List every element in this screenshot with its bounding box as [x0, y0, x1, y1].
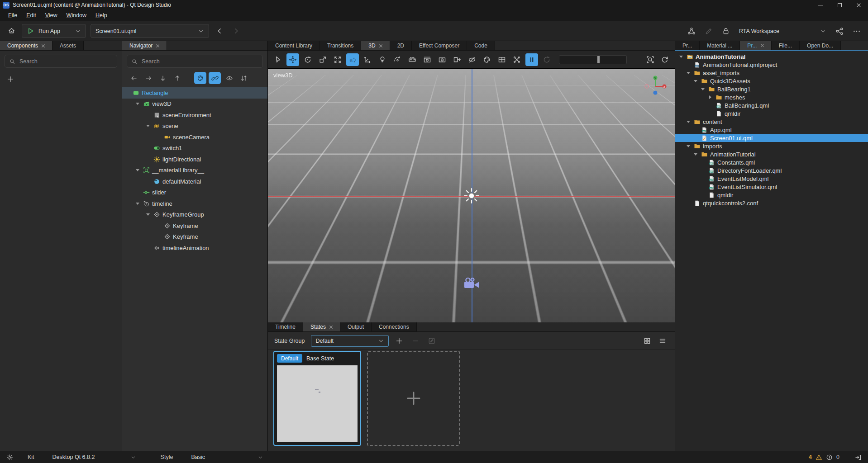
slider-handle[interactable] — [597, 56, 600, 63]
minimize-button[interactable] — [811, 0, 830, 10]
rotate-tool-button[interactable] — [301, 53, 314, 66]
tab-transitions[interactable]: Transitions — [320, 41, 361, 50]
tree-item-screen01-ui-qml[interactable]: Screen01.ui.qml — [675, 134, 868, 142]
tree-item-animationtutorial[interactable]: qmlAnimationTutorial — [675, 52, 868, 61]
particles-pause-button[interactable] — [525, 53, 538, 66]
tree-item-materiallibrary[interactable]: __materialLibrary__ — [122, 165, 267, 176]
tab-components[interactable]: Components — [0, 41, 52, 50]
tab-close-icon[interactable] — [379, 44, 382, 47]
reverse-order-button[interactable] — [238, 72, 250, 84]
camera-gizmo[interactable] — [462, 277, 481, 292]
tab-navigator[interactable]: Navigator — [122, 41, 167, 50]
edit-light-button[interactable] — [376, 53, 389, 66]
run-app-button[interactable]: Run App — [22, 24, 86, 38]
tree-item-view3d[interactable]: view3D — [122, 99, 267, 110]
menu-window[interactable]: Window — [62, 11, 91, 20]
viewport-3d[interactable]: view3D y x — [268, 69, 675, 322]
tab-close-icon[interactable] — [41, 44, 45, 47]
tree-item-keyframegroup[interactable]: KeyframeGroup — [122, 209, 267, 221]
tab-close-icon[interactable] — [156, 44, 159, 47]
warning-icon[interactable] — [816, 454, 822, 461]
orientation-gizmo[interactable]: y x — [642, 73, 668, 99]
tree-item-content[interactable]: content — [675, 118, 868, 126]
tab-material[interactable]: Material ... — [700, 41, 740, 50]
share-button[interactable] — [834, 25, 845, 37]
components-search-input[interactable]: Search — [5, 55, 117, 68]
camera-orbit-button[interactable] — [391, 53, 404, 66]
document-selector[interactable]: Screen01.ui.qml — [91, 24, 209, 38]
tab-3d[interactable]: 3D — [361, 41, 390, 50]
menu-file[interactable]: File — [4, 11, 22, 20]
tab-content-library[interactable]: Content Library — [268, 41, 320, 50]
move-tool-button[interactable] — [286, 53, 299, 66]
tree-item-ballbearing1[interactable]: BallBearing1 — [675, 85, 868, 93]
remove-state-button[interactable] — [410, 335, 421, 347]
annotations-button[interactable] — [686, 25, 697, 37]
back-button[interactable] — [214, 25, 225, 37]
menu-view[interactable]: View — [41, 11, 62, 20]
tree-item-timeline[interactable]: timeline — [122, 198, 267, 209]
style-selector[interactable]: Basic — [191, 454, 263, 460]
caret-down-icon[interactable] — [146, 212, 151, 217]
particles-button[interactable] — [510, 53, 523, 66]
move-forward-button[interactable] — [142, 72, 154, 84]
refresh-view-button[interactable] — [658, 53, 671, 66]
home-button[interactable] — [5, 25, 17, 37]
navigator-search-input[interactable]: Search — [127, 55, 263, 68]
tab-connections[interactable]: Connections — [372, 322, 417, 331]
tree-item-rectangle[interactable]: Rectangle — [122, 87, 267, 99]
maximize-button[interactable] — [830, 0, 849, 10]
caret-down-icon[interactable] — [135, 201, 140, 206]
tree-item-keyframe[interactable]: Keyframe — [122, 232, 267, 243]
hide-gizmos-button[interactable] — [466, 53, 478, 66]
tree-item-constants-qml[interactable]: qmlConstants.qml — [675, 158, 868, 166]
tree-item-app-qml[interactable]: qmlApp.qml — [675, 126, 868, 134]
tree-item-scenecamera[interactable]: sceneCamera — [122, 132, 267, 143]
tab-close-icon[interactable] — [329, 325, 333, 329]
tree-item-defaultmaterial[interactable]: defaultMaterial — [122, 176, 267, 187]
close-button[interactable] — [849, 0, 868, 10]
tab-output[interactable]: Output — [340, 322, 372, 331]
tree-item-eventlistsimulator-qml[interactable]: qmlEventListSimulator.qml — [675, 183, 868, 191]
zoom-selection-button[interactable] — [644, 53, 657, 66]
local-orientation-button[interactable]: a — [346, 53, 359, 66]
scale-tool-button[interactable] — [316, 53, 329, 66]
caret-down-icon[interactable] — [135, 168, 140, 173]
menu-edit[interactable]: Edit — [22, 11, 41, 20]
terminal-icon[interactable] — [855, 454, 862, 461]
info-icon[interactable] — [826, 454, 833, 461]
edit-state-button[interactable] — [426, 335, 438, 347]
tab-file[interactable]: File... — [772, 41, 800, 50]
tab-effect-composer[interactable]: Effect Composer — [412, 41, 467, 50]
caret-down-icon[interactable] — [686, 119, 691, 124]
split-view-button[interactable] — [496, 53, 508, 66]
caret-down-icon[interactable] — [679, 54, 684, 59]
caret-down-icon[interactable] — [686, 144, 691, 149]
add-state-card[interactable] — [367, 351, 460, 446]
add-module-button[interactable] — [5, 74, 15, 84]
particles-restart-button[interactable] — [540, 53, 553, 66]
base-state-card[interactable]: Default Base State — [273, 351, 361, 446]
align-camera-button[interactable] — [421, 53, 434, 66]
tree-item-keyframe[interactable]: Keyframe — [122, 220, 267, 232]
material-override-button[interactable] — [481, 53, 493, 66]
tree-item-meshes[interactable]: meshes — [675, 93, 868, 101]
tree-item-switch1[interactable]: switch1 — [122, 143, 267, 154]
kit-selector[interactable]: Desktop Qt 6.8.2 — [52, 454, 136, 460]
caret-down-icon[interactable] — [693, 152, 698, 157]
select-tool-button[interactable] — [272, 53, 284, 66]
tab-pr[interactable]: Pr... — [740, 41, 771, 50]
global-orientation-button[interactable] — [361, 53, 374, 66]
tab-2d[interactable]: 2D — [390, 41, 412, 50]
tab-timeline[interactable]: Timeline — [268, 322, 303, 331]
caret-right-icon[interactable] — [708, 95, 713, 100]
tree-item-qmldir[interactable]: qmldir — [675, 109, 868, 118]
particles-seek-slider[interactable] — [559, 55, 627, 64]
tab-states[interactable]: States — [303, 322, 340, 331]
tab-close-icon[interactable] — [760, 44, 764, 47]
caret-down-icon[interactable] — [701, 87, 706, 92]
tree-item-animationtutorial[interactable]: AnimationTutorial — [675, 150, 868, 158]
snap-settings-button[interactable] — [406, 53, 419, 66]
tab-code[interactable]: Code — [467, 41, 495, 50]
edit-annotations-button[interactable] — [703, 25, 715, 37]
